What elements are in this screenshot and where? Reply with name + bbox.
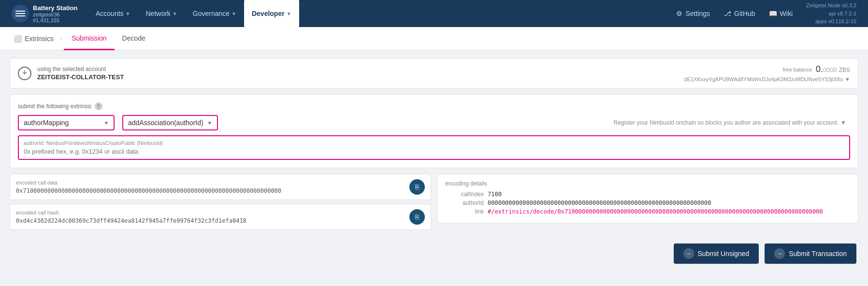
- balance-label: free balance: [783, 67, 812, 72]
- gear-icon: ⚙: [676, 10, 682, 17]
- nav-items: Accounts ▼ Network ▼ Governance ▼ Develo…: [88, 0, 670, 27]
- copy-icon: ⎘: [415, 183, 419, 191]
- call-select[interactable]: addAssociation(authorId) ▼: [122, 115, 218, 130]
- submit-unsigned-button[interactable]: → Submit Unsigned: [674, 243, 759, 264]
- module-select[interactable]: authorMapping ▼: [18, 115, 115, 130]
- info-icon[interactable]: ?: [95, 102, 102, 110]
- using-label: using the selected account: [37, 66, 124, 72]
- call-data-value: 0x71000000000000000000000000000000000000…: [16, 187, 405, 194]
- governance-chevron: ▼: [231, 11, 236, 16]
- authorid-row: authorId 0000000000000000000000000000000…: [445, 200, 850, 206]
- authorid-input-box: authorId: NimbusPrimitivesNimbusCryptoPu…: [18, 135, 850, 160]
- account-name: ZEITGEIST-COLLATOR-TEST: [37, 73, 124, 81]
- authorid-input[interactable]: [24, 148, 844, 155]
- github-item[interactable]: ⎇ GitHub: [718, 10, 761, 17]
- nav-network[interactable]: Network ▼: [138, 0, 185, 27]
- github-icon: ⎇: [723, 10, 731, 17]
- account-right: free balance 0.0000 ZBS dE1XKxxyVgAPU8WA…: [684, 64, 850, 82]
- nav-governance[interactable]: Governance ▼: [185, 0, 244, 27]
- call-data-label: encoded call data: [16, 180, 405, 186]
- accounts-chevron: ▼: [126, 11, 130, 16]
- account-address: dE1XKxxyVgAPU8WAd8YMsWsDJo4pK3M2zvMDUNve…: [684, 76, 850, 82]
- col-right: encoding details callIndex 7100 authorId…: [437, 174, 858, 234]
- authorid-detail-label: authorId: [445, 200, 484, 206]
- wiki-item[interactable]: 📖 Wiki: [763, 10, 798, 17]
- form-label: submit the following extrinsic: [18, 103, 92, 110]
- encoding-details-title: encoding details: [445, 180, 850, 187]
- submit-row: → Submit Unsigned → Submit Transaction: [10, 243, 858, 264]
- submit-unsigned-icon: →: [683, 248, 694, 259]
- authorid-detail-value: 0000000000000000000000000000000000000000…: [488, 200, 711, 206]
- encoding-details: encoding details callIndex 7100 authorId…: [437, 174, 858, 223]
- address-chevron[interactable]: ▼: [845, 76, 850, 82]
- description-chevron: ▼: [840, 119, 846, 126]
- tab-decode[interactable]: Decode: [115, 27, 153, 50]
- extrinsics-section: ⬜ Extrinsics: [10, 35, 58, 43]
- link-label: link: [445, 208, 484, 215]
- authorid-label: authorId: NimbusPrimitivesNimbusCryptoPu…: [24, 140, 844, 146]
- submit-transaction-button[interactable]: → Submit Transaction: [765, 243, 856, 264]
- callindex-value: 7100: [488, 191, 502, 198]
- account-left: + using the selected account ZEITGEIST-C…: [18, 66, 124, 81]
- tab-submission[interactable]: Submission: [64, 27, 114, 50]
- extrinsics-label: Extrinsics: [25, 35, 54, 43]
- balance-value: 0.0000 ZBS: [816, 64, 850, 74]
- link-row: link #/extrinsics/decode/0x7100000000000…: [445, 208, 850, 215]
- module-chevron: ▼: [104, 120, 109, 126]
- balance-amount: 0.: [816, 64, 823, 74]
- submit-transaction-icon: →: [774, 248, 785, 259]
- encoded-call-hash-box: encoded call hash 0xd4c4302d224dc00369c7…: [10, 204, 431, 230]
- logo-icon: [12, 5, 29, 22]
- version-info: Zeitgeist Node v0.3.2 api v8.7.2-1 apps …: [800, 1, 862, 26]
- callindex-label: callIndex: [445, 191, 484, 198]
- copy-icon-2: ⎘: [415, 213, 419, 221]
- cube-icon: ⬜: [14, 35, 22, 43]
- nav-separator: ›: [59, 34, 62, 43]
- call-hash-value: 0xd4c4302d224dc00369c73dff49424ea8142f94…: [16, 217, 405, 224]
- top-navigation: Battery Station zeitgeist/36 #1,431,155 …: [0, 0, 868, 27]
- encoded-call-data-box: encoded call data 0x71000000000000000000…: [10, 174, 431, 200]
- developer-chevron: ▼: [287, 11, 291, 16]
- call-hash-label: encoded call hash: [16, 210, 405, 215]
- balance-decimals: 0000: [823, 66, 837, 73]
- network-chevron: ▼: [173, 11, 177, 16]
- main-content: + using the selected account ZEITGEIST-C…: [0, 50, 868, 286]
- balance-unit: ZBS: [839, 67, 850, 73]
- station-name: Battery Station: [33, 4, 77, 12]
- add-account-button[interactable]: +: [18, 67, 31, 80]
- nav-accounts[interactable]: Accounts ▼: [88, 0, 138, 27]
- call-description: Register your NimbusId onchain so blocks…: [218, 119, 850, 126]
- copy-call-data-button[interactable]: ⎘: [409, 179, 425, 195]
- selects-row: authorMapping ▼ addAssociation(authorId)…: [18, 115, 850, 130]
- decode-link[interactable]: #/extrinsics/decode/0x710000000000000000…: [488, 208, 823, 215]
- node-info: zeitgeist/36 #1,431,155: [33, 12, 77, 23]
- settings-item[interactable]: ⚙ Settings: [670, 10, 716, 17]
- extrinsic-form: submit the following extrinsic ? authorM…: [10, 94, 858, 168]
- logo-section[interactable]: Battery Station zeitgeist/36 #1,431,155: [6, 4, 88, 23]
- call-chevron: ▼: [207, 120, 212, 126]
- wiki-icon: 📖: [769, 10, 777, 17]
- nav-developer[interactable]: Developer ▼: [244, 0, 299, 27]
- callindex-row: callIndex 7100: [445, 191, 850, 198]
- sub-navigation: ⬜ Extrinsics › Submission Decode: [0, 27, 868, 50]
- col-left: encoded call data 0x71000000000000000000…: [10, 174, 431, 234]
- copy-call-hash-button[interactable]: ⎘: [409, 209, 425, 225]
- account-row: + using the selected account ZEITGEIST-C…: [10, 58, 858, 88]
- nav-right: ⚙ Settings ⎇ GitHub 📖 Wiki Zeitgeist Nod…: [670, 1, 862, 26]
- two-col-layout: encoded call data 0x71000000000000000000…: [10, 174, 858, 234]
- form-label-row: submit the following extrinsic ?: [18, 102, 850, 110]
